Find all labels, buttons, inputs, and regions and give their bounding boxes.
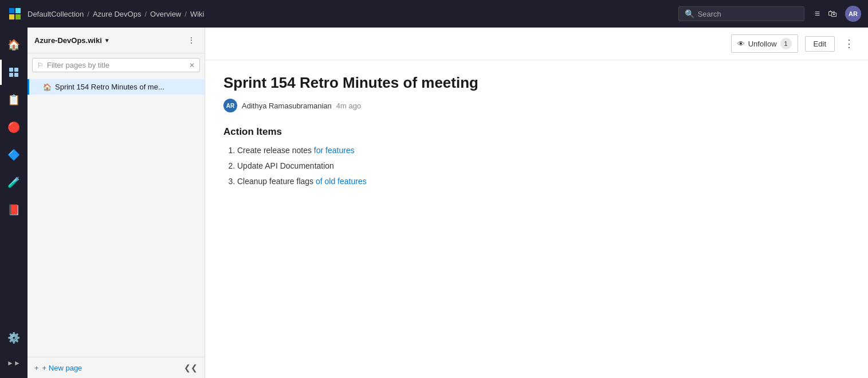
more-options-button[interactable]: ⋮ — [842, 35, 857, 52]
breadcrumb: DefaultCollection / Azure DevOps / Overv… — [28, 10, 204, 18]
activity-pipelines[interactable]: 🔴 — [0, 115, 28, 140]
tree-item-sprint[interactable]: 🏠 Sprint 154 Retro Minutes of me... — [28, 79, 205, 95]
pipelines-icon: 🔴 — [7, 121, 20, 134]
artifacts-icon: 🔷 — [7, 149, 20, 161]
home-small-icon: 🏠 — [43, 83, 52, 91]
sidebar-tree: 🏠 Sprint 154 Retro Minutes of me... — [28, 77, 205, 357]
plus-icon: + — [34, 364, 39, 372]
activity-artifacts[interactable]: 🔷 — [0, 142, 28, 167]
svg-rect-7 — [14, 73, 18, 77]
author-name: Adithya Ramasubramanian — [242, 102, 332, 110]
expand-btn[interactable]: ►► — [0, 353, 28, 373]
filter-icon: ⚐ — [37, 61, 44, 69]
basket-icon[interactable]: 🛍 — [828, 9, 837, 19]
chevron-right-icon: ►► — [7, 359, 21, 367]
breadcrumb-overview[interactable]: Overview — [150, 10, 181, 18]
svg-rect-5 — [14, 68, 18, 72]
unfollow-button[interactable]: 👁 Unfollow 1 — [731, 34, 798, 53]
svg-rect-2 — [9, 14, 14, 20]
new-page-button[interactable]: + + New page — [34, 364, 82, 372]
action-list: Create release notes for features Update… — [223, 145, 850, 188]
svg-rect-4 — [9, 68, 13, 72]
action-link-3[interactable]: of old features — [316, 177, 367, 186]
chevron-down-icon: ▼ — [104, 37, 110, 44]
list-icon[interactable]: ≡ — [815, 9, 820, 19]
activity-bar: 🏠 📋 🔴 🔷 🧪 📕 ⚙️ ►► — [0, 28, 28, 378]
activity-repos[interactable]: 📋 — [0, 87, 28, 112]
sidebar-header: Azure-DevOps.wiki ▼ ⋮ — [28, 28, 205, 53]
collapse-sidebar-button[interactable]: ❮❮ — [184, 363, 198, 372]
breadcrumb-wiki[interactable]: Wiki — [190, 10, 205, 18]
logo[interactable] — [7, 6, 23, 22]
svg-rect-3 — [15, 14, 21, 20]
wiki-icon: 📕 — [7, 204, 20, 216]
author-avatar: AR — [223, 99, 237, 112]
chevron-left-icon: ❮❮ — [184, 363, 198, 372]
content-area: 👁 Unfollow 1 Edit ⋮ Sprint 154 Retro Min… — [205, 28, 868, 378]
sidebar-header-icons: ⋮ — [185, 33, 198, 47]
boards-icon — [8, 67, 19, 78]
main-layout: 🏠 📋 🔴 🔷 🧪 📕 ⚙️ ►► — [0, 28, 868, 378]
content-toolbar: 👁 Unfollow 1 Edit ⋮ — [205, 28, 868, 60]
activity-home[interactable]: 🏠 — [0, 32, 28, 57]
svg-rect-1 — [15, 8, 21, 13]
activity-boards[interactable] — [0, 60, 28, 85]
edit-button[interactable]: Edit — [805, 36, 835, 52]
list-item: Cleanup feature flags of old features — [237, 176, 850, 188]
filter-bar: ⚐ ✕ — [32, 58, 200, 72]
follow-count: 1 — [780, 38, 792, 49]
content-body: Sprint 154 Retro Minutes of meeting AR A… — [205, 60, 868, 378]
home-icon: 🏠 — [7, 38, 20, 51]
search-icon: 🔍 — [685, 9, 694, 18]
test-icon: 🧪 — [7, 176, 20, 189]
wiki-title[interactable]: Azure-DevOps.wiki ▼ — [34, 36, 182, 45]
activity-test[interactable]: 🧪 — [0, 170, 28, 195]
list-item: Update API Documentation — [237, 160, 850, 172]
action-link-1[interactable]: for features — [314, 146, 355, 155]
section-heading: Action Items — [223, 126, 850, 138]
page-meta: AR Adithya Ramasubramanian 4m ago — [223, 99, 850, 112]
filter-input[interactable] — [47, 61, 186, 69]
svg-rect-0 — [9, 8, 14, 13]
sidebar: Azure-DevOps.wiki ▼ ⋮ ⚐ ✕ 🏠 Sprint 154 R… — [28, 28, 205, 378]
sidebar-more-button[interactable]: ⋮ — [185, 33, 198, 47]
svg-rect-6 — [9, 73, 13, 77]
breadcrumb-azure-devops[interactable]: Azure DevOps — [93, 10, 142, 18]
author-time: 4m ago — [336, 102, 361, 110]
breadcrumb-default-collection[interactable]: DefaultCollection — [28, 10, 84, 18]
top-navigation: DefaultCollection / Azure DevOps / Overv… — [0, 0, 868, 28]
search-box[interactable]: 🔍 — [678, 6, 804, 21]
list-item: Create release notes for features — [237, 145, 850, 157]
filter-clear-icon[interactable]: ✕ — [189, 61, 195, 69]
top-nav-icons: ≡ 🛍 AR — [815, 6, 861, 22]
activity-settings[interactable]: ⚙️ — [0, 325, 28, 350]
user-avatar[interactable]: AR — [845, 6, 861, 22]
settings-icon: ⚙️ — [7, 332, 20, 344]
page-title: Sprint 154 Retro Minutes of meeting — [223, 74, 850, 92]
activity-wiki[interactable]: 📕 — [0, 197, 28, 223]
repos-icon: 📋 — [7, 93, 20, 106]
search-input[interactable] — [698, 10, 798, 18]
sidebar-footer: + + New page ❮❮ — [28, 357, 205, 378]
follow-icon: 👁 — [737, 40, 745, 48]
